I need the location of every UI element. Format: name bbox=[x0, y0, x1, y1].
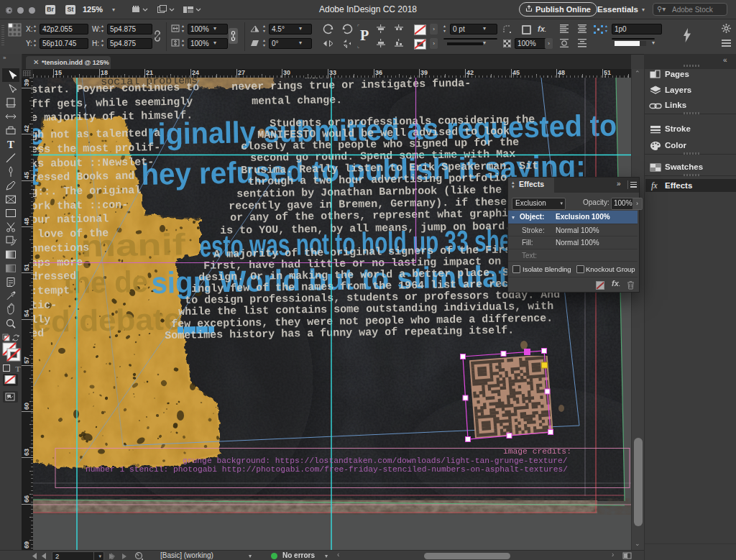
svg-text:T: T bbox=[7, 139, 14, 150]
svg-text:T: T bbox=[15, 364, 21, 373]
